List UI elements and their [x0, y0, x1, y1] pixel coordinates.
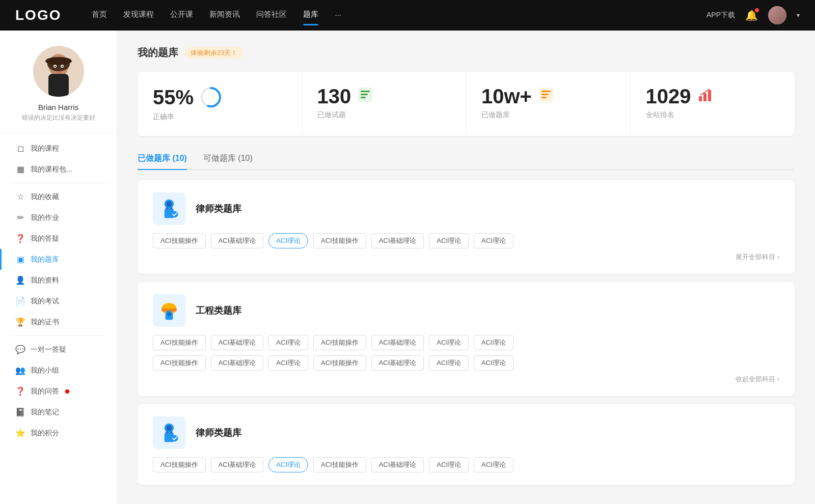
stat-done-questions-label: 已做试题	[317, 110, 346, 120]
bank-1-tag-6[interactable]: ACI理论	[474, 233, 513, 248]
bank-3-tag-4[interactable]: ACI基础理论	[371, 457, 424, 472]
questions-icon: ❓	[15, 234, 25, 243]
sidebar-item-my-points[interactable]: ⭐ 我的积分	[0, 423, 117, 443]
bank-1-tag-1[interactable]: ACI基础理论	[211, 233, 264, 248]
sidebar-label-my-cert: 我的证书	[31, 318, 59, 327]
bank-2-tag-13[interactable]: ACI理论	[474, 355, 513, 371]
bank-3-tag-0[interactable]: ACI技能操作	[153, 457, 206, 472]
nav-discover[interactable]: 发现课程	[123, 10, 154, 21]
bank-1-expand-link[interactable]: 展开全部科目 ›	[153, 253, 779, 262]
favorites-icon: ☆	[15, 192, 25, 202]
sidebar-item-my-cert[interactable]: 🏆 我的证书	[0, 312, 117, 332]
page-wrapper: Brian Harris 错误的决定比没有决定要好 ◻ 我的课程 ▦ 我的课程包…	[0, 31, 815, 504]
bank-2-tag-11[interactable]: ACI基础理论	[371, 355, 424, 371]
bank-2-tag-5[interactable]: ACI理论	[429, 335, 469, 350]
bank-2-tag-12[interactable]: ACI理论	[429, 355, 469, 371]
homework-icon: ✏	[15, 213, 25, 222]
bank-1-tag-2[interactable]: ACI理论	[268, 233, 308, 248]
sidebar-label-my-notes: 我的笔记	[31, 408, 59, 417]
sidebar-item-my-notes[interactable]: 📓 我的笔记	[0, 402, 117, 423]
notification-bell-icon[interactable]: 🔔	[745, 9, 758, 21]
bank-2-tag-0[interactable]: ACI技能操作	[153, 335, 206, 350]
bank-2-tag-10[interactable]: ACI技能操作	[313, 355, 366, 371]
sidebar-label-my-group: 我的小组	[31, 366, 59, 375]
bank-card-3: 律师类题库 ACI技能操作 ACI基础理论 ACI理论 ACI技能操作 ACI基…	[138, 404, 795, 485]
stat-accuracy-label: 正确率	[153, 113, 174, 122]
one-to-one-icon: 💬	[15, 345, 25, 354]
done-questions-icon	[357, 87, 373, 106]
svg-point-24	[167, 201, 172, 207]
accuracy-progress-icon	[200, 86, 222, 108]
sidebar-item-my-group[interactable]: 👥 我的小组	[0, 360, 117, 381]
svg-rect-21	[708, 90, 711, 101]
bank-1-tag-3[interactable]: ACI技能操作	[313, 233, 366, 248]
bank-1-tag-0[interactable]: ACI技能操作	[153, 233, 206, 248]
bank-3-tag-1[interactable]: ACI基础理论	[211, 457, 264, 472]
bank-2-tag-9[interactable]: ACI理论	[268, 355, 308, 371]
bank-2-tag-8[interactable]: ACI基础理论	[211, 355, 264, 371]
svg-rect-2	[48, 74, 69, 97]
bank-2-tag-4[interactable]: ACI基础理论	[371, 335, 424, 350]
bank-2-tag-3[interactable]: ACI技能操作	[313, 335, 366, 350]
page-header: 我的题库 体验剩余23天！	[138, 46, 795, 60]
nav-more[interactable]: ···	[335, 10, 341, 21]
nav-home[interactable]: 首页	[92, 10, 107, 21]
sidebar-label-my-info: 我的资料	[31, 276, 59, 285]
nav-open-course[interactable]: 公开课	[170, 10, 193, 21]
sidebar-item-my-qa[interactable]: ❓ 我的问答	[0, 381, 117, 402]
bank-2-tag-7[interactable]: ACI技能操作	[153, 355, 206, 371]
done-banks-icon	[538, 87, 554, 106]
page-title: 我的题库	[138, 46, 178, 60]
stat-done-banks-label: 已做题库	[481, 110, 510, 120]
sidebar-label-my-bank: 我的题库	[31, 255, 59, 264]
bank-2-tag-6[interactable]: ACI理论	[474, 335, 513, 350]
bank-2-tags-row1: ACI技能操作 ACI基础理论 ACI理论 ACI技能操作 ACI基础理论 AC…	[153, 335, 779, 350]
svg-point-8	[61, 66, 63, 67]
sidebar-item-one-to-one[interactable]: 💬 一对一答疑	[0, 339, 117, 360]
user-avatar-nav[interactable]	[768, 6, 786, 24]
points-icon: ⭐	[15, 428, 25, 438]
sidebar-item-my-packages[interactable]: ▦ 我的课程包...	[0, 159, 117, 180]
bank-3-tag-6[interactable]: ACI理论	[474, 457, 513, 472]
sidebar-item-my-homework[interactable]: ✏ 我的作业	[0, 207, 117, 228]
stat-done-banks-value: 10w+	[481, 86, 532, 106]
bank-2-collapse-link[interactable]: 收起全部科目 ›	[153, 375, 779, 384]
svg-rect-20	[703, 93, 707, 101]
tab-done-banks[interactable]: 已做题库 (10)	[138, 148, 187, 169]
bank-3-tag-2[interactable]: ACI理论	[268, 457, 308, 472]
sidebar-item-my-favorites[interactable]: ☆ 我的收藏	[0, 186, 117, 207]
notes-icon: 📓	[15, 407, 25, 417]
bank-1-tag-5[interactable]: ACI理论	[429, 233, 469, 248]
sidebar-item-my-bank[interactable]: ▣ 我的题库	[0, 249, 117, 270]
sidebar-label-my-courses: 我的课程	[31, 144, 59, 153]
svg-rect-18	[541, 97, 547, 98]
nav-right: APP下载 🔔 ▾	[707, 6, 800, 24]
sidebar-menu: ◻ 我的课程 ▦ 我的课程包... ☆ 我的收藏 ✏ 我的作业 ❓ 我的答疑 ▣	[0, 133, 117, 449]
tab-available-banks[interactable]: 可做题库 (10)	[203, 148, 253, 169]
sidebar-item-my-info[interactable]: 👤 我的资料	[0, 270, 117, 291]
bank-2-tag-2[interactable]: ACI理论	[268, 335, 308, 350]
sidebar-item-my-courses[interactable]: ◻ 我的课程	[0, 138, 117, 159]
bank-1-tag-4[interactable]: ACI基础理论	[371, 233, 424, 248]
tabs-row: 已做题库 (10) 可做题库 (10)	[138, 148, 795, 170]
bank-3-tags: ACI技能操作 ACI基础理论 ACI理论 ACI技能操作 ACI基础理论 AC…	[153, 457, 779, 472]
nav-qa[interactable]: 问答社区	[256, 10, 287, 21]
bank-2-name: 工程类题库	[196, 304, 241, 317]
bank-3-tag-5[interactable]: ACI理论	[429, 457, 469, 472]
sidebar-label-one-to-one: 一对一答疑	[31, 345, 66, 354]
bank-icon-lawyer-1	[153, 192, 185, 225]
bank-2-tag-1[interactable]: ACI基础理论	[211, 335, 264, 350]
user-dropdown-arrow[interactable]: ▾	[797, 12, 800, 19]
bank-icon: ▣	[15, 255, 25, 264]
svg-rect-12	[361, 91, 370, 92]
nav-question-bank[interactable]: 题库	[303, 10, 318, 21]
stats-row: 55% 正确率 130	[138, 72, 795, 136]
nav-news[interactable]: 新闻资讯	[209, 10, 240, 21]
stat-ranking: 1029 全站排名	[631, 72, 795, 136]
sidebar-item-my-exam[interactable]: 📄 我的考试	[0, 291, 117, 312]
bank-3-tag-3[interactable]: ACI技能操作	[313, 457, 366, 472]
sidebar-item-my-questions[interactable]: ❓ 我的答疑	[0, 228, 117, 249]
app-download-button[interactable]: APP下载	[707, 11, 735, 20]
stat-accuracy: 55% 正确率	[138, 72, 302, 136]
svg-rect-13	[361, 94, 368, 95]
